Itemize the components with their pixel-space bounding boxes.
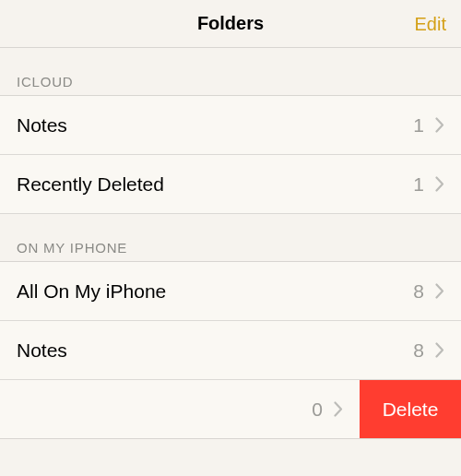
swiped-row-content[interactable]: 0 (0, 380, 360, 438)
folder-label: Notes (17, 114, 413, 137)
folder-row-notes-local[interactable]: Notes 8 (0, 321, 461, 380)
chevron-right-icon (435, 176, 444, 192)
edit-button[interactable]: Edit (415, 13, 446, 34)
folder-count: 1 (413, 114, 424, 137)
chevron-right-icon (435, 342, 444, 358)
folder-count: 1 (413, 173, 424, 196)
chevron-right-icon (435, 117, 444, 133)
folder-label: Recently Deleted (17, 173, 413, 196)
folder-label: All On My iPhone (17, 280, 413, 303)
folder-label: Notes (17, 339, 413, 362)
navigation-bar: Folders Edit (0, 0, 461, 48)
section-header-icloud: ICLOUD (0, 48, 461, 96)
folder-row-recently-deleted[interactable]: Recently Deleted 1 (0, 155, 461, 214)
folder-count: 0 (312, 399, 323, 421)
folder-row-swiped[interactable]: 0 Delete (0, 380, 461, 439)
folder-count: 8 (413, 339, 424, 362)
folder-row-notes[interactable]: Notes 1 (0, 96, 461, 155)
chevron-right-icon (334, 401, 343, 417)
section-header-on-my-iphone: ON MY IPHONE (0, 214, 461, 262)
delete-button[interactable]: Delete (360, 380, 461, 438)
folder-count: 8 (413, 280, 424, 303)
page-title: Folders (197, 13, 264, 34)
background-filler (0, 439, 461, 476)
folder-row-all-on-my-iphone[interactable]: All On My iPhone 8 (0, 262, 461, 321)
chevron-right-icon (435, 283, 444, 299)
